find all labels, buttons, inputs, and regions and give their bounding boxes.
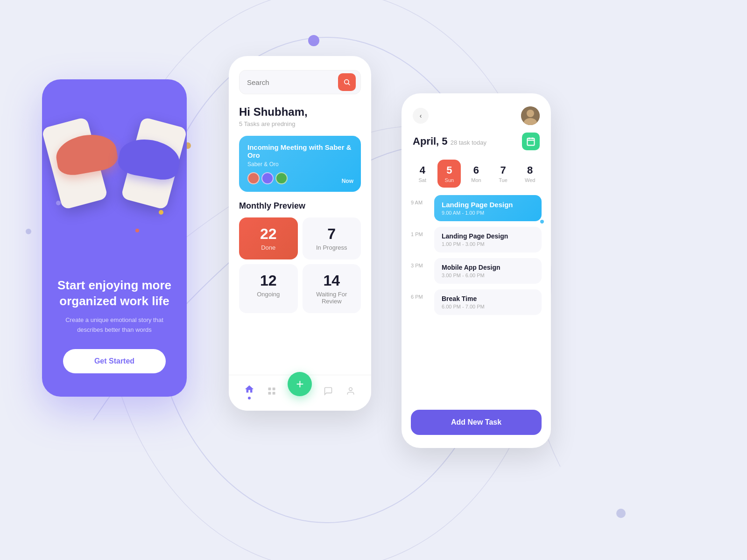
stats-grid: 22 Done 7 In Progress 12 Ongoing 14 Wait…	[239, 217, 361, 313]
day-name-mon: Mon	[471, 177, 481, 183]
phone1-illustration	[42, 79, 187, 261]
day-name-sat: Sat	[419, 177, 427, 183]
svg-rect-4	[268, 388, 271, 391]
event-time-landing-morning: 9.00 AM - 1.00 PM	[442, 210, 534, 216]
event-break[interactable]: Break Time 6.00 PM - 7.00 PM	[434, 289, 542, 315]
event-time-break: 6.00 PM - 7.00 PM	[442, 304, 534, 309]
meeting-title: Incoming Meeting with Saber & Oro	[247, 143, 352, 159]
nav-chat-icon[interactable]	[322, 385, 335, 398]
svg-point-8	[349, 388, 352, 391]
day-item-sat[interactable]: 4 Sat	[411, 160, 434, 188]
search-bar	[239, 70, 361, 94]
day-num-wed: 8	[527, 164, 533, 176]
event-title-landing-morning: Landing Page Design	[442, 201, 534, 209]
time-label-1pm: 1 PM	[411, 227, 429, 237]
meeting-card[interactable]: Incoming Meeting with Saber & Oro Saber …	[239, 136, 361, 192]
stat-ongoing-number: 12	[247, 273, 289, 289]
avatar-2	[261, 172, 274, 184]
bottom-nav: +	[229, 375, 371, 411]
day-num-sun: 5	[446, 164, 452, 176]
phone3-date-row: April, 5 28 task today	[402, 125, 551, 156]
task-count: 28 task today	[451, 139, 486, 146]
phone1-subtitle: Create a unique emotional story that des…	[56, 315, 173, 335]
event-title-landing-afternoon: Landing Page Design	[442, 232, 534, 240]
time-slot-3pm: 3 PM Mobile App Design 3.00 PM - 6.00 PM	[411, 258, 542, 284]
nav-grid-icon[interactable]	[265, 385, 278, 398]
avatar-1	[247, 172, 260, 184]
time-label-3pm: 3 PM	[411, 258, 429, 268]
phone1-text-area: Start enjoying more organized work life …	[42, 278, 187, 373]
time-label-9am: 9 AM	[411, 195, 429, 205]
greeting-name: Hi Shubham,	[239, 105, 361, 119]
nav-active-dot	[248, 397, 251, 399]
day-selector: 4 Sat 5 Sun 6 Mon 7 Tue 8 Wed	[402, 156, 551, 195]
svg-point-10	[527, 110, 534, 117]
svg-rect-7	[273, 392, 275, 395]
svg-line-3	[348, 84, 350, 85]
stat-waiting-label: Waiting For Review	[311, 291, 353, 305]
fab-add-button[interactable]: +	[288, 372, 312, 396]
decorative-dot-1	[308, 35, 319, 46]
phone3-screen: ‹ April, 5 28 task today 4 Sat	[402, 93, 551, 448]
event-landing-afternoon[interactable]: Landing Page Design 1.00 PM - 3.00 PM	[434, 227, 542, 252]
time-slot-9am: 9 AM Landing Page Design 9.00 AM - 1.00 …	[411, 195, 542, 221]
phone1-title: Start enjoying more organized work life	[56, 278, 173, 309]
day-item-wed[interactable]: 8 Wed	[518, 160, 542, 188]
phone2-content: Hi Shubham, 5 Tasks are predning Incomin…	[229, 56, 371, 375]
event-time-mobile-app: 3.00 PM - 6.00 PM	[442, 273, 534, 278]
stat-waiting-number: 14	[311, 273, 353, 289]
phone1-screen: Start enjoying more organized work life …	[42, 79, 187, 397]
stat-ongoing-label: Ongoing	[247, 291, 289, 298]
nav-profile-icon[interactable]	[344, 385, 357, 398]
time-slot-6pm: 6 PM Break Time 6.00 PM - 7.00 PM	[411, 289, 542, 315]
day-name-sun: Sun	[445, 177, 454, 183]
event-title-mobile-app: Mobile App Design	[442, 264, 534, 271]
meeting-avatars	[247, 172, 352, 184]
svg-rect-12	[528, 138, 535, 145]
event-mobile-app[interactable]: Mobile App Design 3.00 PM - 6.00 PM	[434, 258, 542, 284]
decorative-dot-6	[616, 509, 626, 518]
time-slot-1pm: 1 PM Landing Page Design 1.00 PM - 3.00 …	[411, 227, 542, 252]
svg-rect-5	[273, 388, 275, 391]
user-avatar	[521, 106, 540, 125]
time-label-6pm: 6 PM	[411, 289, 429, 300]
stat-in-progress-number: 7	[311, 226, 353, 242]
day-item-tue[interactable]: 7 Tue	[492, 160, 515, 188]
search-input[interactable]	[247, 78, 338, 86]
home-icon	[243, 383, 256, 396]
p1-dot	[56, 201, 61, 205]
stat-done: 22 Done	[239, 217, 298, 259]
day-item-mon[interactable]: 6 Mon	[465, 160, 488, 188]
day-num-mon: 6	[473, 164, 479, 176]
decorative-dot-2	[26, 229, 31, 234]
schedule: 9 AM Landing Page Design 9.00 AM - 1.00 …	[402, 195, 551, 404]
phone2-screen: Hi Shubham, 5 Tasks are predning Incomin…	[229, 56, 371, 411]
calendar-button[interactable]	[522, 133, 540, 150]
day-num-sat: 4	[420, 164, 425, 176]
stat-waiting: 14 Waiting For Review	[303, 264, 361, 313]
timeline-dot	[539, 218, 545, 225]
greeting-sub: 5 Tasks are predning	[239, 120, 361, 127]
meeting-time: Now	[342, 178, 353, 184]
date-display: April, 5 28 task today	[413, 135, 486, 147]
day-name-wed: Wed	[525, 177, 535, 183]
day-name-tue: Tue	[499, 177, 507, 183]
day-item-sun[interactable]: 5 Sun	[437, 160, 461, 188]
stat-ongoing: 12 Ongoing	[239, 264, 298, 313]
stat-done-label: Done	[247, 244, 289, 251]
add-new-task-button[interactable]: Add New Task	[411, 410, 542, 435]
event-landing-morning[interactable]: Landing Page Design 9.00 AM - 1.00 PM	[434, 195, 542, 221]
get-started-button[interactable]: Get Started	[63, 349, 166, 373]
day-num-tue: 7	[500, 164, 506, 176]
stat-in-progress: 7 In Progress	[303, 217, 361, 259]
search-button[interactable]	[338, 73, 356, 91]
meeting-subtitle: Saber & Oro	[247, 161, 352, 168]
p1-dot	[159, 210, 163, 215]
event-time-landing-afternoon: 1.00 PM - 3.00 PM	[442, 241, 534, 247]
p1-dot	[135, 229, 139, 232]
nav-home[interactable]	[243, 383, 256, 399]
stat-done-number: 22	[247, 226, 289, 242]
back-button[interactable]: ‹	[413, 108, 429, 124]
svg-rect-6	[268, 392, 271, 395]
date-main: April, 5	[413, 135, 451, 147]
